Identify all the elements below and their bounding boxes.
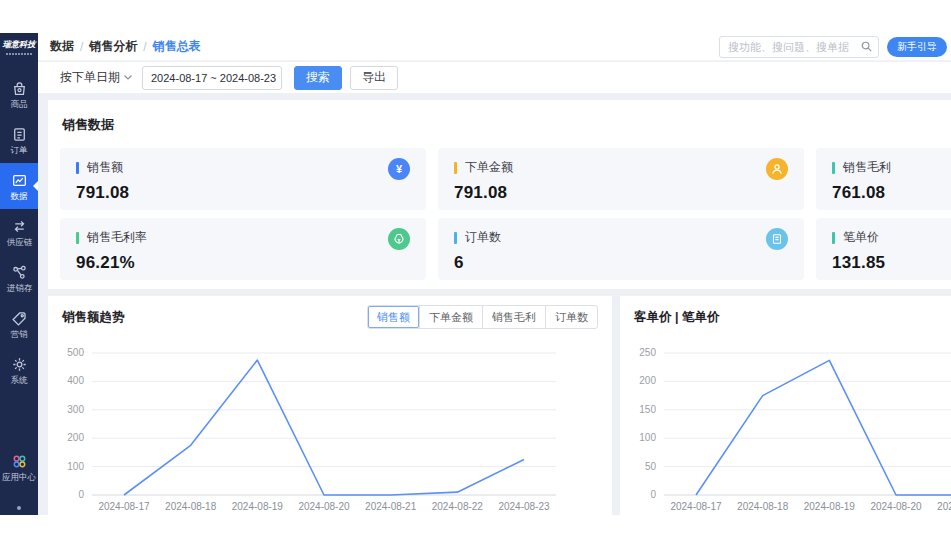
svg-text:250: 250	[639, 347, 656, 358]
svg-text:400: 400	[67, 375, 84, 386]
svg-text:2024-08-19: 2024-08-19	[804, 501, 856, 512]
search-button[interactable]: 搜索	[294, 66, 342, 90]
sidebar-item-data[interactable]: 数据	[0, 163, 38, 209]
app-center-icon	[11, 453, 28, 470]
export-button[interactable]: 导出	[350, 66, 398, 90]
svg-text:2024-08-23: 2024-08-23	[498, 501, 550, 512]
order-icon	[11, 126, 28, 143]
sidebar-item-label: 营销	[10, 330, 27, 339]
user-icon	[766, 158, 788, 180]
stat-card-gross-margin: 销售毛利率 96.21%	[60, 218, 426, 280]
receipt-icon	[766, 228, 788, 250]
global-search-input[interactable]	[719, 36, 879, 58]
svg-text:100: 100	[67, 461, 84, 472]
date-type-select[interactable]: 按下单日期	[60, 69, 132, 86]
svg-text:0: 0	[650, 489, 656, 500]
stat-value: 791.08	[454, 183, 788, 203]
sidebar-item-app-center[interactable]: 应用中心	[0, 444, 38, 490]
main-content: 数据 / 销售分析 / 销售总表 新手引导 按下单日期	[38, 33, 951, 515]
moneybag-icon	[388, 228, 410, 250]
search-icon[interactable]	[860, 40, 873, 53]
stat-value: 6	[454, 253, 788, 273]
svg-text:50: 50	[645, 461, 657, 472]
stat-value: 96.21%	[76, 253, 410, 273]
sidebar-item-label: 数据	[10, 192, 27, 201]
marketing-tag-icon	[11, 310, 28, 327]
sidebar-item-supply-chain[interactable]: 供应链	[0, 209, 38, 255]
tab-sales-amount[interactable]: 销售额	[368, 306, 419, 328]
accent-bar	[76, 162, 79, 174]
tab-gross-profit[interactable]: 销售毛利	[482, 306, 545, 328]
sidebar-item-orders[interactable]: 订单	[0, 117, 38, 163]
accent-bar	[832, 232, 835, 244]
unit-price-line-chart: 0501001502002502024-08-172024-08-182024-…	[620, 336, 951, 515]
tab-order-amount[interactable]: 下单金额	[419, 306, 482, 328]
svg-text:2024-08-20: 2024-08-20	[870, 501, 922, 512]
accent-bar	[832, 162, 835, 174]
inventory-icon	[11, 264, 28, 281]
panel-title: 销售数据	[62, 116, 951, 134]
date-type-label: 按下单日期	[60, 69, 120, 86]
sales-trend-chart-card: 销售额趋势 销售额 下单金额 销售毛利 订单数 0100200300400500…	[48, 296, 612, 515]
sales-trend-line-chart: 01002003004005002024-08-172024-08-182024…	[48, 336, 612, 515]
breadcrumb: 数据 / 销售分析 / 销售总表	[50, 38, 201, 55]
date-range-input[interactable]: 2024-08-17 ~ 2024-08-23	[142, 66, 282, 90]
chart-title: 销售额趋势	[62, 309, 125, 326]
chart-title: 客单价 | 笔单价	[634, 309, 719, 326]
sidebar: 瑞意科技 商品 订单 数据	[0, 33, 38, 515]
bag-icon	[11, 80, 28, 97]
stat-label: 笔单价	[843, 229, 879, 246]
stat-label: 订单数	[465, 229, 501, 246]
svg-text:200: 200	[639, 375, 656, 386]
svg-text:0: 0	[78, 489, 84, 500]
chevron-down-icon	[124, 75, 132, 80]
stat-card-order-count: 订单数 6	[438, 218, 804, 280]
supply-chain-icon	[11, 218, 28, 235]
breadcrumb-data[interactable]: 数据	[50, 38, 74, 55]
sidebar-item-goods[interactable]: 商品	[0, 71, 38, 117]
svg-text:2024-08-21: 2024-08-21	[937, 501, 951, 512]
svg-text:2024-08-17: 2024-08-17	[670, 501, 722, 512]
sidebar-item-label: 系统	[10, 376, 27, 385]
global-search	[719, 36, 879, 58]
system-gear-icon	[11, 356, 28, 373]
stat-cards-row-1: 销售额 791.08 ¥ 下单金额 791.08 销售毛利	[60, 148, 951, 210]
svg-text:300: 300	[67, 404, 84, 415]
stat-value: 761.08	[832, 183, 951, 203]
unit-price-chart-card: 客单价 | 笔单价 0501001502002502024-08-172024-…	[620, 296, 951, 515]
sidebar-item-label: 供应链	[6, 238, 32, 247]
stat-value: 131.85	[832, 253, 951, 273]
metric-tab-group: 销售额 下单金额 销售毛利 订单数	[367, 305, 598, 329]
svg-text:100: 100	[639, 432, 656, 443]
stat-label: 销售毛利率	[87, 229, 147, 246]
sidebar-item-marketing[interactable]: 营销	[0, 301, 38, 347]
breadcrumb-separator: /	[143, 40, 146, 54]
brand-name: 瑞意科技	[2, 38, 35, 50]
stat-label: 下单金额	[465, 159, 513, 176]
topbar-right: 新手引导	[719, 36, 947, 58]
breadcrumb-current: 销售总表	[153, 38, 201, 55]
sidebar-scroll-dot	[17, 506, 21, 510]
breadcrumb-separator: /	[80, 40, 83, 54]
svg-text:2024-08-18: 2024-08-18	[737, 501, 789, 512]
accent-bar	[454, 162, 457, 174]
sidebar-item-inventory[interactable]: 进销存	[0, 255, 38, 301]
accent-bar	[454, 232, 457, 244]
sidebar-item-label: 订单	[10, 146, 27, 155]
svg-text:2024-08-17: 2024-08-17	[98, 501, 150, 512]
svg-text:2024-08-19: 2024-08-19	[232, 501, 284, 512]
stat-label: 销售额	[87, 159, 123, 176]
newbie-guide-button[interactable]: 新手引导	[887, 37, 947, 57]
breadcrumb-sales-analysis[interactable]: 销售分析	[89, 38, 137, 55]
sidebar-item-system[interactable]: 系统	[0, 347, 38, 393]
stat-card-sales-amount: 销售额 791.08 ¥	[60, 148, 426, 210]
yuan-icon: ¥	[388, 158, 410, 180]
sidebar-nav: 商品 订单 数据 供应链	[0, 59, 38, 393]
accent-bar	[76, 232, 79, 244]
svg-text:150: 150	[639, 404, 656, 415]
tab-order-count[interactable]: 订单数	[545, 306, 597, 328]
filter-bar: 按下单日期 2024-08-17 ~ 2024-08-23 搜索 导出	[38, 62, 951, 93]
svg-text:2024-08-18: 2024-08-18	[165, 501, 217, 512]
sidebar-item-label: 商品	[10, 100, 27, 109]
brand-logo[interactable]: 瑞意科技	[0, 33, 38, 59]
